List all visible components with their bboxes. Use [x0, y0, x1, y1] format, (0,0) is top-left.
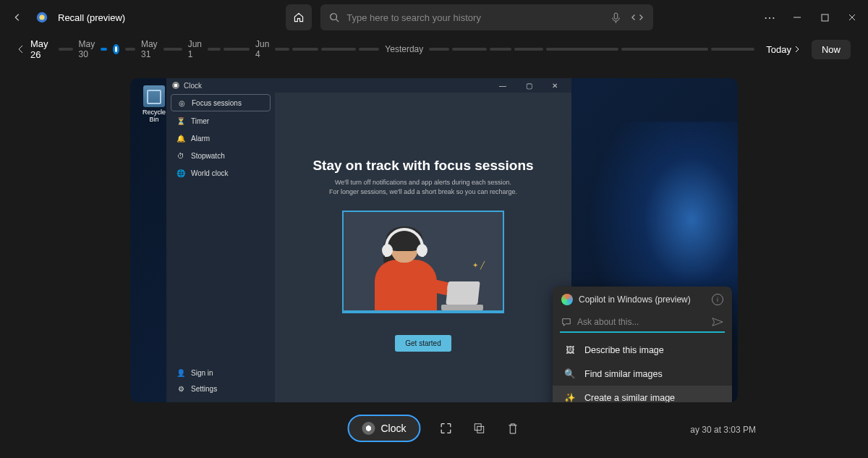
copilot-ask-input[interactable]: [577, 317, 706, 327]
focus-subtext: We'll turn off notifications and app ale…: [329, 178, 517, 196]
svg-rect-4: [614, 13, 618, 19]
crop-button[interactable]: [438, 420, 454, 436]
timeline-label: Jun 4: [255, 39, 269, 59]
snapshot-viewport: Recycle Bin Clock — ▢ ✕ ◎ Focus sessions…: [130, 78, 738, 402]
svg-point-1: [39, 14, 44, 20]
clock-app-icon: [362, 422, 375, 435]
chat-icon: [561, 317, 571, 327]
focus-illustration: ✦ ╱: [342, 211, 504, 313]
clock-close-button[interactable]: ✕: [544, 82, 566, 90]
copilot-find-similar[interactable]: 🔍 Find similar images: [553, 362, 732, 386]
copilot-describe-image[interactable]: 🖼 Describe this image: [553, 339, 732, 362]
info-icon[interactable]: i: [712, 294, 723, 305]
menu-label: Describe this image: [584, 345, 664, 355]
menu-label: Find similar images: [584, 369, 663, 379]
nav-label: World clock: [191, 169, 229, 177]
timeline-back-icon[interactable]: [17, 45, 25, 54]
timeline-label: May 31: [141, 39, 158, 59]
back-button[interactable]: [9, 9, 26, 26]
sparkle-icon: ✨: [564, 392, 576, 402]
close-button[interactable]: [845, 10, 859, 25]
search-box[interactable]: [320, 4, 653, 30]
svg-rect-7: [475, 424, 481, 431]
nav-label: Timer: [191, 117, 209, 125]
svg-rect-8: [477, 426, 484, 433]
clock-window-title: Clock: [184, 82, 488, 90]
bell-icon: 🔔: [176, 134, 185, 143]
now-button[interactable]: Now: [812, 40, 851, 59]
image-icon: 🖼: [564, 345, 576, 355]
app-title: Recall (preview): [58, 12, 125, 23]
target-icon: ◎: [177, 98, 186, 107]
clock-maximize-button[interactable]: ▢: [518, 82, 540, 90]
globe-icon: 🌐: [176, 169, 185, 177]
active-app-label: Clock: [380, 423, 406, 434]
today-button[interactable]: Today: [760, 41, 806, 58]
send-icon[interactable]: [712, 317, 723, 327]
svg-point-2: [331, 14, 337, 20]
search-icon: [329, 12, 339, 22]
svg-line-3: [336, 20, 339, 22]
nav-settings[interactable]: ⚙ Settings: [171, 381, 271, 396]
nav-world-clock[interactable]: 🌐 World clock: [171, 165, 271, 181]
nav-alarm[interactable]: 🔔 Alarm: [171, 130, 271, 146]
stopwatch-icon: ⏱: [176, 151, 185, 160]
app-logo-icon: [35, 10, 49, 25]
nav-signin[interactable]: 👤 Sign in: [171, 365, 271, 381]
clock-app-icon: [172, 82, 179, 89]
more-button[interactable]: ⋯: [762, 10, 777, 25]
copilot-logo-icon: [561, 294, 573, 305]
copilot-create-similar[interactable]: ✨ Create a similar image: [553, 386, 732, 402]
mic-icon[interactable]: [608, 10, 623, 25]
minimize-button[interactable]: [790, 10, 804, 25]
today-label: Today: [766, 44, 791, 55]
snapshot-timestamp: ay 30 at 3:03 PM: [690, 425, 756, 435]
recycle-bin-icon: [143, 85, 165, 107]
home-button[interactable]: [286, 4, 312, 30]
menu-label: Create a similar image: [584, 393, 675, 403]
delete-button[interactable]: [505, 420, 521, 436]
copy-button[interactable]: [472, 420, 488, 436]
copilot-title: Copilot in Windows (preview): [579, 294, 706, 305]
timeline-current-date: May 26: [30, 38, 48, 60]
timeline-slider-track[interactable]: [101, 48, 107, 51]
nav-stopwatch[interactable]: ⏱ Stopwatch: [171, 148, 271, 164]
timeline-slider-thumb[interactable]: [113, 44, 119, 54]
active-app-pill[interactable]: Clock: [347, 415, 420, 442]
nav-label: Alarm: [191, 135, 210, 143]
get-started-button[interactable]: Get started: [395, 335, 451, 352]
timeline-label: May 30: [79, 39, 95, 59]
nav-timer[interactable]: ⏳ Timer: [171, 113, 271, 129]
nav-label: Stopwatch: [191, 152, 225, 160]
hourglass-icon: ⏳: [176, 116, 185, 125]
nav-label: Focus sessions: [192, 99, 242, 107]
code-icon[interactable]: [630, 10, 644, 25]
copilot-panel: Copilot in Windows (preview) i 🖼 Describ…: [553, 287, 732, 402]
nav-label: Settings: [191, 385, 217, 393]
copilot-ask-input-row[interactable]: [560, 313, 725, 333]
clock-minimize-button[interactable]: —: [492, 82, 514, 90]
maximize-button[interactable]: [817, 10, 832, 25]
focus-heading: Stay on track with focus sessions: [312, 158, 533, 174]
nav-label: Sign in: [191, 369, 213, 377]
svg-rect-6: [822, 14, 828, 21]
search-input[interactable]: [346, 12, 601, 23]
timeline-label: Yesterday: [385, 44, 423, 54]
search-image-icon: 🔍: [564, 368, 576, 379]
nav-focus-sessions[interactable]: ◎ Focus sessions: [171, 94, 271, 111]
timeline-label: Jun 1: [188, 39, 202, 59]
person-icon: 👤: [176, 368, 185, 377]
clock-window: Clock — ▢ ✕ ◎ Focus sessions ⏳ Timer 🔔 A…: [166, 78, 571, 402]
gear-icon: ⚙: [176, 384, 185, 393]
